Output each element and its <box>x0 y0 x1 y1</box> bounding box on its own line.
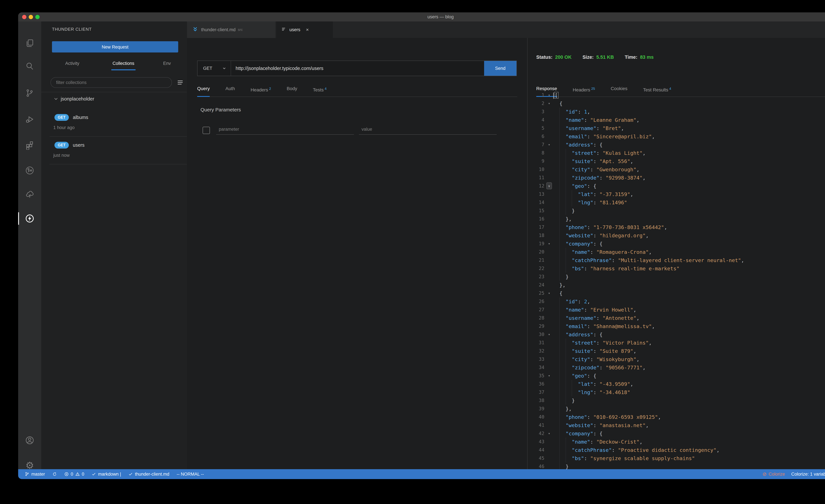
code-line-44: 44 "catchPhrase": "Proactive didactic co… <box>527 446 825 454</box>
search-icon[interactable] <box>25 62 34 71</box>
fold-icon[interactable]: ▾ <box>545 331 553 339</box>
parameter-input[interactable]: parameter <box>216 124 354 135</box>
send-button[interactable]: Send <box>484 61 516 76</box>
collections-menu-icon[interactable] <box>177 79 183 86</box>
size-value: 5.51 KB <box>596 53 614 62</box>
line-number: 33 <box>527 355 544 363</box>
url-input[interactable]: http://jsonplaceholder.typicode.com/user… <box>231 61 484 76</box>
line-number: 13 <box>527 190 544 198</box>
file-item[interactable]: thunder-client.md <box>128 472 169 477</box>
filter-collections-input[interactable]: filter collections <box>51 77 172 88</box>
line-number: 29 <box>527 322 544 331</box>
fold-icon[interactable]: ▾ <box>545 289 553 297</box>
status-value: 200 OK <box>555 53 572 62</box>
tab-env[interactable]: Env <box>159 57 175 71</box>
code-line-6: 6 "email": "Sincere@april.biz", <box>527 132 825 141</box>
line-number: 43 <box>527 438 544 446</box>
code-line-11: 11 "zipcode": "92998-3874", <box>527 173 825 182</box>
line-number: 26 <box>527 297 544 306</box>
line-number: 10 <box>527 165 544 173</box>
fold-icon[interactable]: ▾ <box>545 429 553 438</box>
account-icon[interactable] <box>25 436 34 445</box>
fold-icon[interactable]: ▾ <box>545 240 553 248</box>
tab-thunder-client-md[interactable]: thunder-client.md src <box>187 21 276 38</box>
vim-mode-item: -- NORMAL -- <box>176 472 204 477</box>
request-list-item-users[interactable]: GETusersjust now <box>41 137 187 164</box>
tab-collections[interactable]: Collections <box>110 57 137 71</box>
code-line-45: 45 "bs": "synergize scalable supply-chai… <box>527 454 825 462</box>
line-number: 25 <box>527 289 544 297</box>
request-list-item-albums[interactable]: GETalbums1 hour ago <box>41 109 187 137</box>
code-line-16: 16 }, <box>527 215 825 223</box>
colorize-variables-item[interactable]: Colorize: 1 variables <box>791 472 825 477</box>
sync-item[interactable] <box>52 472 57 477</box>
branch-item[interactable]: master <box>25 472 45 477</box>
tab-auth[interactable]: Auth <box>225 82 235 96</box>
code-line-17: 17 "phone": "1-770-736-8031 x56442", <box>527 223 825 231</box>
code-line-20: 20 "name": "Romaguera-Crona", <box>527 248 825 256</box>
editor-tabstrip: thunder-client.md src users × ⋯ <box>187 21 825 38</box>
settings-gear-icon[interactable]: ⚙ <box>25 461 34 470</box>
activity-bar: ⚙ <box>18 21 41 469</box>
line-number: 36 <box>527 380 544 388</box>
line-number: 19 <box>527 240 544 248</box>
explorer-icon[interactable] <box>25 39 34 48</box>
code-line-3: 3 "id": 1, <box>527 107 825 116</box>
run-debug-icon[interactable] <box>25 115 34 124</box>
method-select[interactable]: GET <box>198 61 231 76</box>
tab-count-badge: 4 <box>325 87 327 90</box>
chevron-down-icon <box>53 96 59 102</box>
thunder-client-icon[interactable] <box>25 214 34 223</box>
line-number: 15 <box>527 207 544 215</box>
request-tabs: QueryAuthHeaders2BodyTests4 <box>197 82 517 97</box>
gitlens-icon[interactable] <box>25 166 34 175</box>
code-line-43: 43 "name": "Deckow-Crist", <box>527 438 825 446</box>
line-number: 37 <box>527 388 544 397</box>
response-pane: Status: 200 OK Size: 5.51 KB Time: 83 ms… <box>527 38 825 469</box>
fold-icon[interactable]: ▾ <box>545 141 553 149</box>
param-checkbox[interactable] <box>203 127 210 134</box>
sidebar-title: THUNDER CLIENT <box>52 27 92 32</box>
line-number: 46 <box>527 462 544 469</box>
time-label: Time: <box>625 53 638 62</box>
line-number: 28 <box>527 314 544 322</box>
line-number: 12 <box>527 182 544 190</box>
line-number: 7 <box>527 141 544 149</box>
close-tab-icon[interactable]: × <box>306 27 309 32</box>
fold-icon[interactable]: ▾ <box>545 372 553 380</box>
value-input[interactable]: value <box>359 124 497 135</box>
line-number: 30 <box>527 331 544 339</box>
collection-header[interactable]: jsonplaceholder <box>41 94 187 104</box>
language-item[interactable]: markdown | <box>92 472 121 477</box>
code-line-26: 26 "id": 2, <box>527 297 825 306</box>
source-control-icon[interactable] <box>25 89 34 98</box>
code-line-13: 13 "lat": "-37.3159", <box>527 190 825 198</box>
new-request-button[interactable]: New Request <box>52 41 178 53</box>
tab-users[interactable]: users × <box>276 21 333 38</box>
active-tab-underline <box>111 69 136 70</box>
tab-body[interactable]: Body <box>287 82 297 96</box>
colorize-item[interactable]: ⊘ Colorize <box>762 472 785 477</box>
extensions-icon[interactable] <box>25 140 34 150</box>
line-number: 22 <box>527 264 544 273</box>
testing-tree-icon[interactable] <box>25 190 34 199</box>
line-number: 4 <box>527 116 544 124</box>
tab-tests[interactable]: Tests4 <box>313 82 326 96</box>
request-name: users <box>73 142 84 148</box>
code-line-4: 4 "name": "Leanne Graham", <box>527 116 825 124</box>
fold-icon[interactable]: ∨ <box>545 182 553 190</box>
collection-items: GETalbums1 hour agoGETusersjust now <box>41 109 187 164</box>
line-number: 23 <box>527 273 544 281</box>
code-line-7: 7▾ "address": { <box>527 141 825 149</box>
problems-item[interactable]: 0 0 <box>64 472 84 477</box>
line-number: 11 <box>527 173 544 182</box>
fold-icon[interactable]: ▾ <box>545 99 553 107</box>
json-response-editor: 1▾[2▾ {3 "id": 1,4 "name": "Leanne Graha… <box>527 91 825 469</box>
tab-query[interactable]: Query <box>197 82 210 96</box>
tab-headers[interactable]: Headers2 <box>251 82 271 96</box>
code-line-38: 38 } <box>527 397 825 405</box>
fold-icon[interactable]: ▾ <box>545 91 553 99</box>
method-badge: GET <box>55 142 69 149</box>
request-name: albums <box>73 115 88 120</box>
tab-activity[interactable]: Activity <box>61 57 84 71</box>
